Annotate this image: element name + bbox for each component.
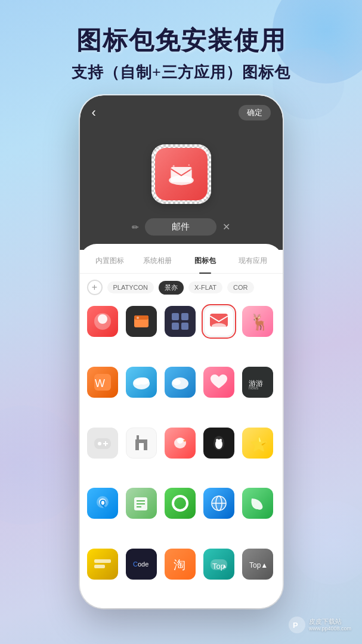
watermark-site: 皮皮下载站 [309,618,351,626]
grid-icon-2[interactable] [126,306,157,337]
grid-icon-17[interactable] [126,488,157,519]
bg-decoration-4 [290,501,362,584]
svg-text:Q: Q [100,498,106,507]
mail-icon [166,162,196,186]
svg-text:Top▲: Top▲ [249,561,268,569]
grid-icon-22[interactable]: Code [126,549,157,580]
svg-text:ode: ode [138,561,148,568]
svg-point-27 [98,442,101,445]
grid-icon-5[interactable]: 🦌 [242,306,273,337]
svg-point-39 [219,439,222,441]
phone-mockup: ‹ 确定 [80,95,283,608]
svg-rect-10 [172,313,179,320]
phone-screen: ‹ 确定 [80,95,283,608]
grid-icon-12[interactable] [126,428,157,459]
grid-icon-9[interactable] [203,367,234,398]
svg-text:C: C [133,561,138,568]
app-name-input[interactable] [145,218,216,236]
grid-icon-13[interactable] [165,428,196,459]
svg-point-4 [190,169,191,171]
svg-point-38 [216,439,218,441]
grid-icon-16[interactable]: Q [87,488,118,519]
filter-platycon[interactable]: PLATYCON [107,281,154,293]
grid-icon-7[interactable] [126,367,157,398]
add-pack-button[interactable]: + [87,280,103,295]
svg-point-2 [172,165,174,167]
svg-text:淘: 淘 [174,558,185,571]
svg-point-23 [172,379,181,385]
sub-title: 支持（自制+三方应用）图标包 [0,62,362,83]
phone-top-bar: ‹ 确定 [80,95,283,132]
grid-icon-11[interactable] [87,428,118,459]
main-title: 图标包免安装使用 [0,24,362,57]
icon-preview-area [80,132,283,218]
svg-point-3 [188,165,189,166]
confirm-button[interactable]: 确定 [239,105,271,120]
svg-point-34 [177,438,183,444]
grid-icon-14[interactable] [203,428,234,459]
svg-rect-13 [181,323,188,330]
tab-builtin[interactable]: 内置图标 [86,253,134,268]
svg-rect-51 [94,559,111,563]
icon-preview-inner [155,148,208,200]
header-section: 图标包免安装使用 支持（自制+三方应用）图标包 [0,0,362,83]
filter-jingyi[interactable]: 景亦 [159,281,184,295]
grid-icon-8[interactable] [165,367,196,398]
grid-icon-24[interactable]: Top▲ [203,549,234,580]
svg-rect-29 [103,443,108,444]
filter-row: + PLATYCON 景亦 X-FLAT COR [80,274,283,301]
tab-existing[interactable]: 现有应用 [229,253,277,268]
watermark-logo: P [289,617,305,633]
tab-album[interactable]: 系统相册 [134,253,181,268]
icons-grid: 🦌 W 游游news [80,301,283,608]
svg-rect-26 [94,438,111,449]
filter-cor[interactable]: COR [227,281,253,293]
svg-point-21 [138,377,149,385]
icon-preview-wrapper [151,144,211,204]
watermark-url: www.pp4008.com [309,626,351,632]
svg-text:P: P [293,621,298,630]
svg-rect-52 [94,565,105,568]
svg-text:▲: ▲ [222,563,227,569]
watermark: P 皮皮下载站 www.pp4008.com [289,617,351,633]
svg-text:news: news [249,386,259,390]
svg-point-6 [98,314,107,324]
bg-decoration-3 [0,405,83,525]
tab-bar: 内置图标 系统相册 图标包 现有应用 [80,244,283,274]
svg-text:W: W [95,377,105,389]
back-button[interactable]: ‹ [92,105,96,120]
grid-icon-6[interactable]: W [87,367,118,398]
edit-icon[interactable]: ✏ [132,222,139,232]
svg-text:⭐: ⭐ [250,435,268,453]
grid-icon-3[interactable] [165,306,196,337]
svg-rect-32 [139,443,144,450]
svg-rect-31 [137,435,139,440]
svg-point-9 [137,317,139,319]
grid-icon-25[interactable]: Top▲ [242,549,273,580]
grid-icon-23[interactable]: 淘 [165,549,196,580]
grid-icon-10[interactable]: 游游news [242,367,273,398]
svg-rect-11 [181,313,188,320]
grid-icon-19[interactable] [203,488,234,519]
grid-icon-18[interactable] [165,488,196,519]
filter-xflat[interactable]: X-FLAT [188,281,222,293]
grid-icon-1[interactable] [87,306,118,337]
bottom-section: 内置图标 系统相册 图标包 现有应用 + PLATYCON 景亦 X-FLAT … [80,244,283,608]
svg-point-15 [212,323,226,329]
svg-text:🦌: 🦌 [250,312,268,332]
grid-icon-20[interactable] [242,488,273,519]
grid-icon-15[interactable]: ⭐ [242,428,273,459]
svg-rect-12 [172,323,179,330]
tab-iconpack[interactable]: 图标包 [181,253,229,268]
svg-rect-1 [171,167,191,182]
grid-icon-4-selected[interactable] [203,306,234,337]
svg-rect-8 [134,315,148,320]
clear-button[interactable]: ✕ [222,221,230,233]
grid-icon-21[interactable] [87,549,118,580]
